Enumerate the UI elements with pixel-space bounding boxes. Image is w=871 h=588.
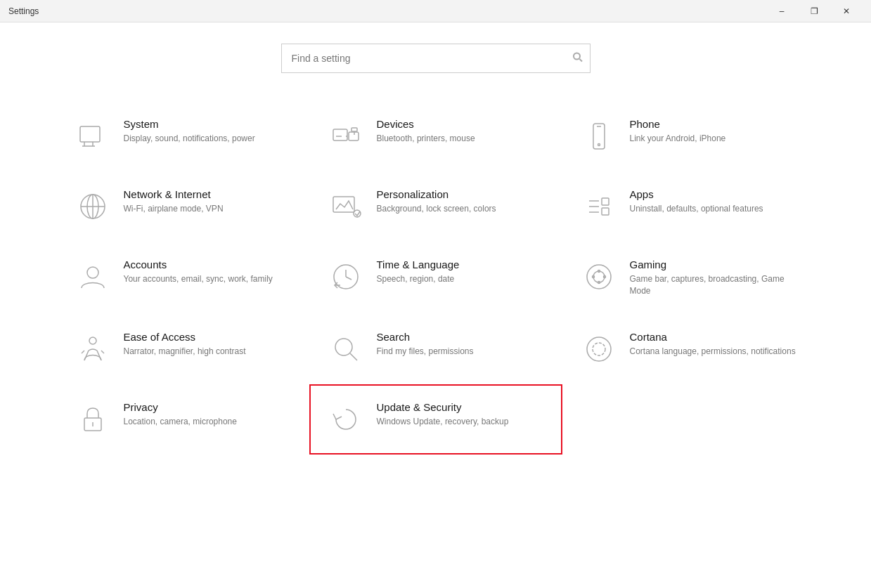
setting-item-personalization[interactable]: Personalization Background, lock screen,… — [309, 171, 562, 242]
svg-line-38 — [350, 353, 357, 360]
network-icon — [75, 188, 111, 225]
setting-desc-time: Speech, region, date — [377, 273, 544, 285]
setting-item-devices[interactable]: Devices Bluetooth, printers, mouse — [309, 101, 562, 171]
setting-item-apps[interactable]: Apps Uninstall, defaults, optional featu… — [562, 171, 815, 242]
title-bar: Settings – ❐ ✕ — [0, 0, 871, 22]
setting-title-network: Network & Internet — [124, 188, 291, 200]
time-icon — [328, 259, 364, 295]
setting-title-time: Time & Language — [377, 259, 544, 270]
window-controls: – ❐ ✕ — [766, 0, 863, 22]
setting-item-network[interactable]: Network & Internet Wi-Fi, airplane mode,… — [56, 171, 309, 242]
setting-title-devices: Devices — [377, 118, 544, 130]
setting-title-apps: Apps — [630, 188, 797, 200]
setting-title-phone: Phone — [630, 118, 797, 130]
setting-item-phone[interactable]: Phone Link your Android, iPhone — [562, 101, 815, 171]
gaming-icon — [581, 259, 617, 295]
setting-item-update[interactable]: Update & Security Windows Update, recove… — [309, 384, 562, 455]
setting-desc-privacy: Location, camera, microphone — [124, 416, 291, 428]
setting-item-accounts[interactable]: Accounts Your accounts, email, sync, wor… — [56, 242, 309, 314]
setting-desc-accounts: Your accounts, email, sync, work, family — [124, 273, 291, 285]
svg-point-40 — [593, 343, 605, 355]
system-icon — [75, 118, 111, 155]
privacy-icon — [75, 401, 111, 438]
setting-title-accounts: Accounts — [124, 259, 291, 270]
update-icon — [328, 401, 364, 438]
svg-point-26 — [87, 267, 98, 278]
search-container — [281, 44, 591, 73]
setting-desc-phone: Link your Android, iPhone — [630, 133, 797, 145]
svg-rect-6 — [333, 129, 347, 141]
svg-line-29 — [346, 277, 351, 280]
svg-rect-24 — [602, 198, 609, 205]
setting-item-cortana[interactable]: Cortana Cortana language, permissions, n… — [562, 314, 815, 384]
svg-rect-25 — [602, 208, 609, 215]
svg-rect-10 — [351, 128, 357, 131]
search-icon — [328, 331, 364, 367]
cortana-icon — [581, 331, 617, 367]
ease-icon — [75, 331, 111, 367]
svg-point-37 — [335, 339, 352, 355]
personalization-icon — [328, 188, 364, 225]
setting-desc-network: Wi-Fi, airplane mode, VPN — [124, 203, 291, 215]
phone-icon — [581, 118, 617, 155]
minimize-button[interactable]: – — [766, 0, 798, 22]
settings-grid: System Display, sound, notifications, po… — [56, 101, 815, 455]
setting-title-update: Update & Security — [377, 401, 544, 413]
svg-rect-12 — [593, 124, 605, 149]
setting-title-cortana: Cortana — [630, 331, 797, 343]
setting-title-ease: Ease of Access — [124, 331, 291, 343]
close-button[interactable]: ✕ — [830, 0, 863, 22]
setting-item-gaming[interactable]: Gaming Game bar, captures, broadcasting,… — [562, 242, 815, 314]
apps-icon — [581, 188, 617, 225]
setting-desc-system: Display, sound, notifications, power — [124, 133, 291, 145]
setting-title-privacy: Privacy — [124, 401, 291, 413]
svg-point-30 — [587, 265, 611, 289]
setting-title-search: Search — [377, 331, 544, 343]
search-input[interactable] — [281, 44, 591, 73]
maximize-button[interactable]: ❐ — [798, 0, 830, 22]
devices-icon — [328, 118, 364, 155]
svg-point-36 — [89, 337, 96, 344]
setting-desc-update: Windows Update, recovery, backup — [377, 416, 544, 428]
app-title: Settings — [8, 6, 39, 16]
setting-desc-devices: Bluetooth, printers, mouse — [377, 133, 544, 145]
svg-point-39 — [587, 337, 611, 361]
setting-item-search[interactable]: Search Find my files, permissions — [309, 314, 562, 384]
setting-desc-cortana: Cortana language, permissions, notificat… — [630, 346, 797, 358]
svg-rect-19 — [333, 197, 354, 212]
setting-title-personalization: Personalization — [377, 188, 544, 200]
setting-desc-gaming: Game bar, captures, broadcasting, Game M… — [630, 273, 797, 297]
setting-desc-apps: Uninstall, defaults, optional features — [630, 203, 797, 215]
setting-title-gaming: Gaming — [630, 259, 797, 270]
accounts-icon — [75, 259, 111, 295]
setting-desc-personalization: Background, lock screen, colors — [377, 203, 544, 215]
setting-item-time[interactable]: Time & Language Speech, region, date — [309, 242, 562, 314]
setting-item-ease[interactable]: Ease of Access Narrator, magnifier, high… — [56, 314, 309, 384]
setting-item-system[interactable]: System Display, sound, notifications, po… — [56, 101, 309, 171]
svg-rect-7 — [349, 132, 359, 141]
setting-desc-ease: Narrator, magnifier, high contrast — [124, 346, 291, 358]
svg-point-31 — [593, 271, 605, 282]
setting-item-privacy[interactable]: Privacy Location, camera, microphone — [56, 384, 309, 455]
setting-desc-search: Find my files, permissions — [377, 346, 544, 358]
svg-rect-2 — [80, 126, 100, 142]
svg-point-14 — [598, 144, 600, 146]
main-content: System Display, sound, notifications, po… — [0, 22, 871, 588]
setting-title-system: System — [124, 118, 291, 130]
